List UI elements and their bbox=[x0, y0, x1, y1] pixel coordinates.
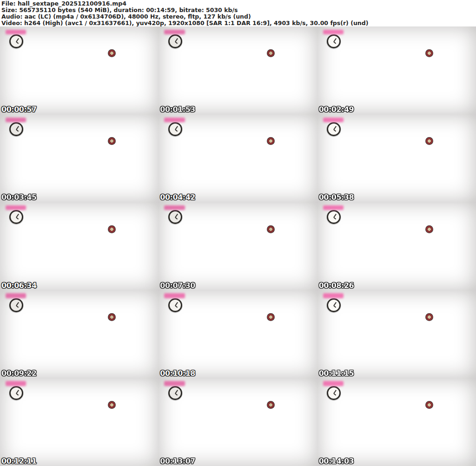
christmas-tree-shape bbox=[59, 46, 101, 104]
wall-clock-shape bbox=[168, 298, 182, 312]
watermark-badge bbox=[6, 118, 26, 122]
wall-clock-shape bbox=[327, 210, 341, 224]
video-thumbnail: 00:14:03 bbox=[317, 378, 476, 466]
watermark-badge bbox=[164, 381, 185, 386]
file-name-line: File: hall_sextape_202512100916.mp4 bbox=[1, 0, 476, 7]
timestamp-overlay: 00:03:45 bbox=[1, 193, 37, 201]
video-thumbnail: 00:10:18 bbox=[159, 290, 317, 378]
christmas-tree-shape bbox=[218, 46, 260, 104]
christmas-tree-shape bbox=[218, 222, 260, 280]
watermark-badge bbox=[323, 118, 344, 122]
thumbnail-grid: 00:00:57 00:01:53 00:02:49 00:03:45 00:0… bbox=[0, 26, 476, 466]
video-thumbnail: 00:03:45 bbox=[0, 114, 159, 202]
watermark-badge bbox=[164, 118, 185, 122]
timestamp-overlay: 00:02:49 bbox=[319, 105, 354, 113]
timestamp-overlay: 00:00:57 bbox=[1, 105, 37, 113]
dartboard-shape bbox=[425, 313, 433, 321]
timestamp-overlay: 00:04:42 bbox=[160, 193, 195, 201]
wall-clock-shape bbox=[168, 386, 182, 400]
video-thumbnail: 00:04:42 bbox=[159, 114, 317, 202]
dartboard-shape bbox=[108, 49, 116, 57]
dartboard-shape bbox=[108, 313, 116, 321]
timestamp-overlay: 00:12:11 bbox=[1, 457, 37, 465]
dartboard-shape bbox=[267, 49, 275, 57]
video-thumbnail: 00:11:15 bbox=[317, 290, 476, 378]
watermark-badge bbox=[323, 381, 344, 386]
dartboard-shape bbox=[425, 225, 433, 233]
wall-clock-shape bbox=[9, 34, 23, 48]
timestamp-overlay: 00:06:34 bbox=[1, 282, 37, 289]
wall-clock-shape bbox=[327, 34, 341, 48]
wall-clock-shape bbox=[168, 210, 182, 224]
watermark-badge bbox=[323, 205, 344, 210]
dartboard-shape bbox=[425, 49, 433, 57]
christmas-tree-shape bbox=[376, 134, 419, 192]
timestamp-overlay: 00:14:03 bbox=[319, 457, 354, 465]
christmas-tree-shape bbox=[59, 134, 101, 192]
wall-clock-shape bbox=[9, 122, 23, 136]
wall-clock-shape bbox=[9, 298, 23, 312]
wall-clock-shape bbox=[327, 386, 341, 400]
christmas-tree-shape bbox=[218, 134, 260, 192]
timestamp-overlay: 00:08:26 bbox=[319, 282, 354, 289]
video-metadata-header: File: hall_sextape_202512100916.mp4 Size… bbox=[0, 0, 476, 26]
dartboard-shape bbox=[108, 137, 116, 145]
timestamp-overlay: 00:13:07 bbox=[160, 457, 195, 465]
audio-codec-line: Audio: aac (LC) (mp4a / 0x6134706D), 480… bbox=[1, 13, 476, 20]
watermark-badge bbox=[6, 30, 26, 34]
christmas-tree-shape bbox=[376, 309, 419, 368]
watermark-badge bbox=[6, 205, 26, 210]
christmas-tree-shape bbox=[376, 46, 419, 104]
dartboard-shape bbox=[108, 225, 116, 233]
video-thumbnail: 00:13:07 bbox=[159, 378, 317, 466]
dartboard-shape bbox=[267, 137, 275, 145]
wall-clock-shape bbox=[168, 122, 182, 136]
christmas-tree-shape bbox=[376, 222, 419, 280]
dartboard-shape bbox=[108, 401, 116, 409]
dartboard-shape bbox=[267, 225, 275, 233]
wall-clock-shape bbox=[168, 34, 182, 48]
christmas-tree-shape bbox=[376, 397, 419, 455]
watermark-badge bbox=[164, 293, 185, 298]
timestamp-overlay: 00:01:53 bbox=[160, 105, 195, 113]
video-thumbnail: 00:01:53 bbox=[159, 26, 317, 114]
wall-clock-shape bbox=[9, 386, 23, 400]
christmas-tree-shape bbox=[59, 309, 101, 368]
watermark-badge bbox=[164, 30, 185, 34]
timestamp-overlay: 00:07:30 bbox=[160, 282, 195, 289]
watermark-badge bbox=[323, 30, 344, 34]
video-thumbnail: 00:07:30 bbox=[159, 202, 317, 290]
video-thumbnail: 00:00:57 bbox=[0, 26, 159, 114]
wall-clock-shape bbox=[327, 298, 341, 312]
wall-clock-shape bbox=[327, 122, 341, 136]
video-thumbnail: 00:02:49 bbox=[317, 26, 476, 114]
watermark-badge bbox=[6, 293, 26, 298]
dartboard-shape bbox=[425, 401, 433, 409]
watermark-badge bbox=[164, 205, 185, 210]
christmas-tree-shape bbox=[59, 397, 101, 455]
video-thumbnail: 00:06:34 bbox=[0, 202, 159, 290]
watermark-badge bbox=[6, 381, 26, 386]
watermark-badge bbox=[323, 293, 344, 298]
video-thumbnail: 00:09:22 bbox=[0, 290, 159, 378]
christmas-tree-shape bbox=[59, 222, 101, 280]
video-codec-line: Video: h264 (High) (avc1 / 0x31637661), … bbox=[1, 20, 476, 26]
christmas-tree-shape bbox=[218, 309, 260, 368]
timestamp-overlay: 00:10:18 bbox=[160, 369, 195, 377]
video-thumbnail: 00:05:38 bbox=[317, 114, 476, 202]
timestamp-overlay: 00:09:22 bbox=[1, 369, 37, 377]
video-thumbnail: 00:12:11 bbox=[0, 378, 159, 466]
dartboard-shape bbox=[267, 401, 275, 409]
christmas-tree-shape bbox=[218, 397, 260, 455]
timestamp-overlay: 00:05:38 bbox=[319, 193, 354, 201]
wall-clock-shape bbox=[9, 210, 23, 224]
dartboard-shape bbox=[267, 313, 275, 321]
timestamp-overlay: 00:11:15 bbox=[319, 369, 354, 377]
dartboard-shape bbox=[425, 137, 433, 145]
video-thumbnail: 00:08:26 bbox=[317, 202, 476, 290]
size-duration-bitrate-line: Size: 565735110 bytes (540 MiB), duratio… bbox=[1, 7, 476, 13]
